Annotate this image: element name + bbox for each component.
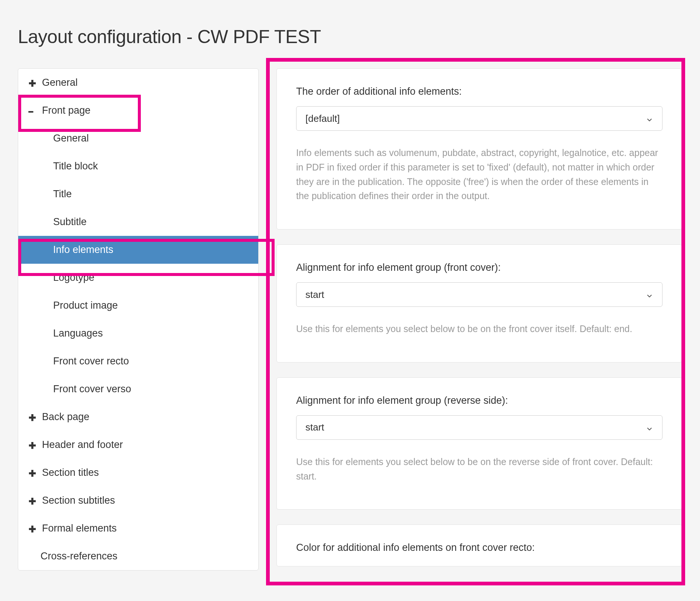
sidebar-sub-languages[interactable]: Languages [18, 319, 258, 347]
sidebar-sub-front-cover-verso[interactable]: Front cover verso [18, 375, 258, 403]
card-color-info-elements-recto: Color for additional info elements on fr… [276, 524, 682, 566]
sidebar-item-label: Header and footer [42, 439, 123, 451]
field-label: Alignment for info element group (front … [296, 262, 662, 273]
sidebar-sub-title-block[interactable]: Title block [18, 152, 258, 180]
sidebar-item-label: Product image [53, 300, 118, 311]
sidebar-item-label: Section titles [42, 467, 99, 478]
sidebar-item-label: Front cover recto [53, 355, 129, 367]
sidebar-item-label: Front page [42, 105, 91, 116]
sidebar-item-label: Title block [53, 160, 98, 172]
sidebar-item-label: Formal elements [42, 523, 117, 534]
chevron-down-icon [646, 291, 653, 298]
plus-icon [29, 77, 42, 88]
sidebar-item-label: Section subtitles [42, 495, 115, 506]
sidebar-item-general[interactable]: General [18, 69, 258, 97]
sidebar-sub-subtitle[interactable]: Subtitle [18, 208, 258, 236]
select-value: [default] [305, 113, 340, 124]
main-panel: The order of additional info elements: [… [276, 68, 682, 581]
sidebar-item-formal-elements[interactable]: Formal elements [18, 514, 258, 542]
field-label: Alignment for info element group (revers… [296, 395, 662, 406]
help-text: Use this for elements you select below t… [296, 455, 662, 484]
sidebar-item-cross-references[interactable]: Cross-references [18, 542, 258, 570]
sidebar-item-label: Subtitle [53, 216, 87, 227]
sidebar-item-back-page[interactable]: Back page [18, 403, 258, 431]
chevron-down-icon [646, 115, 653, 122]
sidebar-item-label: Cross-references [40, 550, 117, 562]
sidebar-sub-title[interactable]: Title [18, 180, 258, 208]
select-alignment-front-cover[interactable]: start [296, 282, 662, 307]
select-value: start [305, 289, 324, 300]
sidebar-sub-product-image[interactable]: Product image [18, 292, 258, 319]
page-title: Layout configuration - CW PDF TEST [18, 26, 682, 48]
plus-icon [29, 412, 42, 423]
card-order-info-elements: The order of additional info elements: [… [276, 68, 682, 230]
sidebar-sub-logotype[interactable]: Logotype [18, 264, 258, 292]
plus-icon [29, 495, 42, 506]
sidebar-item-label: Languages [53, 328, 103, 339]
sidebar-item-label: Logotype [53, 272, 94, 283]
minus-icon [29, 105, 42, 116]
sidebar-sub-front-cover-recto[interactable]: Front cover recto [18, 347, 258, 375]
sidebar-item-label: Front cover verso [53, 383, 131, 394]
select-value: start [305, 422, 324, 433]
sidebar-item-label: Back page [42, 411, 90, 423]
select-order-info-elements[interactable]: [default] [296, 106, 662, 131]
sidebar-item-label: General [53, 133, 89, 144]
sidebar-item-label: Info elements [53, 244, 113, 255]
plus-icon [29, 523, 42, 534]
help-text: Use this for elements you select below t… [296, 322, 662, 336]
sidebar-nav: General Front page General Title block T… [18, 68, 259, 571]
sidebar-item-section-titles[interactable]: Section titles [18, 459, 258, 487]
card-alignment-front-cover: Alignment for info element group (front … [276, 244, 682, 363]
sidebar-sub-info-elements[interactable]: Info elements [18, 236, 258, 264]
field-label: The order of additional info elements: [296, 86, 662, 97]
sidebar-sub-general[interactable]: General [18, 124, 258, 152]
select-alignment-reverse-side[interactable]: start [296, 415, 662, 440]
chevron-down-icon [646, 424, 653, 431]
field-label: Color for additional info elements on fr… [296, 542, 662, 553]
help-text: Info elements such as volumenum, pubdate… [296, 146, 662, 203]
sidebar-item-label: General [42, 77, 78, 88]
sidebar-item-header-footer[interactable]: Header and footer [18, 431, 258, 459]
plus-icon [29, 467, 42, 478]
sidebar-item-front-page[interactable]: Front page [18, 97, 258, 124]
sidebar-item-label: Title [53, 188, 72, 199]
plus-icon [29, 439, 42, 451]
card-alignment-reverse-side: Alignment for info element group (revers… [276, 377, 682, 510]
sidebar-item-section-subtitles[interactable]: Section subtitles [18, 487, 258, 514]
